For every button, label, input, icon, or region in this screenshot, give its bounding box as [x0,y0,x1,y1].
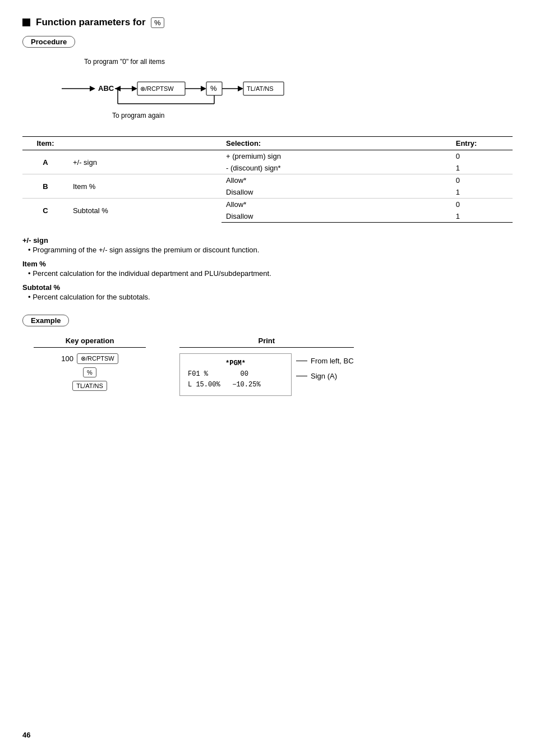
table-row: C Subtotal % Allow* 0 [22,199,513,211]
example-key-row-percent: % [83,367,96,377]
black-square-icon [22,19,30,26]
note-plus-minus: +/- sign • Programming of the +/- sign a… [22,236,513,254]
svg-text:⊗/RCPTSW: ⊗/RCPTSW [140,85,174,92]
annot-dash-1 [296,361,307,361]
diagram-label-bottom: To program again [112,112,513,119]
table-header-selection: Selection: [222,137,451,150]
params-table: Item: Selection: Entry: A +/- sign + (pr… [22,136,513,223]
key-operation-title: Key operation [34,336,146,348]
key-tlat: TL/AT/NS [72,381,107,391]
note-text-subtotal-percent: • Percent calculation for the subtotals. [22,293,513,301]
svg-text:ABC: ABC [98,84,114,93]
key-100-text: 100 [61,354,73,363]
note-subtotal-percent: Subtotal % • Percent calculation for the… [22,283,513,301]
key-operation-column: Key operation 100 ⊗/RCPTSW % TL/AT/NS [34,336,146,391]
svg-marker-8 [201,86,206,91]
svg-marker-1 [90,86,95,91]
diagram-label-top: To program "0" for all items [84,58,513,66]
title-text: Function parameters for [36,17,146,27]
example-key-row-100: 100 ⊗/RCPTSW [61,353,118,364]
print-title: Print [179,336,354,348]
note-heading-subtotal-percent: Subtotal % [22,283,513,292]
print-column: Print *PGM* F01 % 00 L 15.00% −10.25% Fr… [179,336,354,396]
section-header: Function parameters for % [22,17,513,28]
example-keys: 100 ⊗/RCPTSW % TL/AT/NS [34,353,146,391]
annotation-sign-a: Sign (A) [296,372,354,380]
table-header-item: Item: [22,137,68,150]
svg-marker-4 [132,86,137,91]
note-text-item-percent: • Percent calculation for the individual… [22,269,513,278]
example-area: Key operation 100 ⊗/RCPTSW % TL/AT/NS Pr… [34,336,513,396]
key-rcptsw: ⊗/RCPTSW [77,353,118,364]
note-heading-item-percent: Item % [22,260,513,268]
receipt-annotations: From left, BC Sign (A) [296,357,354,382]
diagram-area: To program "0" for all items ABC ⊗/RCPTS… [50,58,513,119]
key-percent: % [83,367,96,377]
annotation-text-2: Sign (A) [311,372,337,380]
flow-diagram-svg: ABC ⊗/RCPTSW % TL/AT/NS [56,69,348,108]
annot-dash-2 [296,376,307,376]
table-header-item-name [68,137,222,150]
svg-text:%: % [210,84,217,93]
svg-marker-12 [238,86,243,91]
annotation-from-left-bc: From left, BC [296,357,354,365]
example-tab: Example [22,315,69,326]
section-title: Function parameters for % [36,17,164,28]
table-row: B Item % Allow* 0 [22,174,513,187]
svg-text:TL/AT/NS: TL/AT/NS [247,85,273,92]
receipt-header: *PGM* [188,358,283,369]
note-text-plus-minus: • Programming of the +/- sign assigns th… [22,246,513,254]
page-number: 46 [22,731,30,739]
procedure-tab: Procedure [22,36,75,48]
percent-key-badge: % [151,17,164,28]
note-heading-plus-minus: +/- sign [22,236,513,245]
table-header-entry: Entry: [451,137,513,150]
annotation-text-1: From left, BC [311,357,354,365]
table-row: A +/- sign + (premium) sign 0 [22,150,513,163]
receipt-line-2: L 15.00% −10.25% [188,380,283,390]
receipt-line-1: F01 % 00 [188,369,283,380]
note-item-percent: Item % • Percent calculation for the ind… [22,260,513,278]
notes-section: +/- sign • Programming of the +/- sign a… [22,236,513,301]
example-key-row-tlat: TL/AT/NS [72,381,107,391]
print-receipt: *PGM* F01 % 00 L 15.00% −10.25% [179,353,292,396]
